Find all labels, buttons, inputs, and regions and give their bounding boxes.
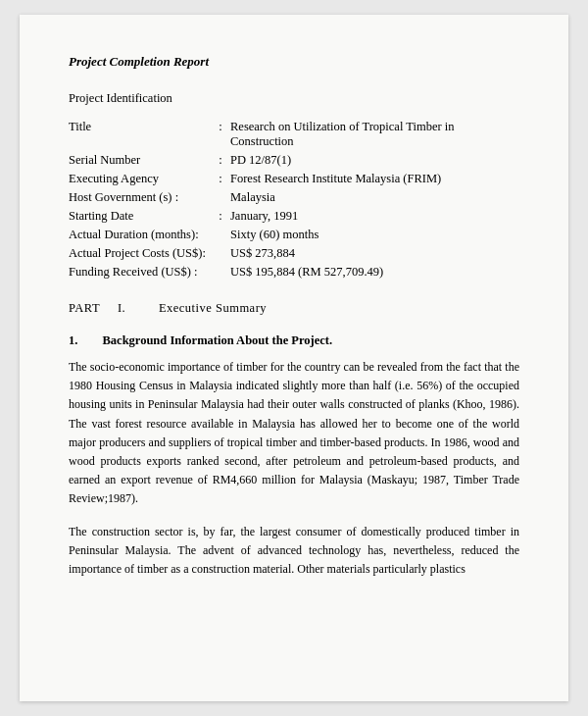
part-title: Executive Summary — [159, 301, 267, 315]
field-value: Sixty (60) months — [230, 226, 519, 244]
field-colon: : — [211, 118, 230, 151]
field-colon — [211, 244, 230, 263]
field-value: Forest Research Institute Malaysia (FRIM… — [230, 170, 519, 188]
field-colon — [211, 263, 230, 281]
field-label: Starting Date — [69, 207, 211, 226]
field-colon — [211, 226, 230, 244]
project-info-table: Title:Research on Utilization of Tropica… — [69, 118, 519, 281]
report-title: Project Completion Report — [69, 54, 519, 70]
field-label: Actual Duration (months): — [69, 226, 211, 244]
field-colon: : — [211, 207, 230, 226]
field-colon: : — [211, 151, 230, 170]
part-label: PART I. — [69, 301, 125, 315]
field-value: January, 1991 — [230, 207, 519, 226]
field-label: Actual Project Costs (US$): — [69, 244, 211, 263]
field-label: Funding Received (US$) : — [69, 263, 211, 281]
field-label: Host Government (s) : — [69, 188, 211, 207]
field-value: Research on Utilization of Tropical Timb… — [230, 118, 519, 151]
body-paragraph: The construction sector is, by far, the … — [69, 523, 519, 580]
section-number: 1. — [69, 333, 77, 347]
field-value: US$ 195,884 (RM 527,709.49) — [230, 263, 519, 281]
body-paragraph: The socio-economic importance of timber … — [69, 358, 519, 509]
field-value: US$ 273,884 — [230, 244, 519, 263]
part-heading: PART I. Executive Summary — [69, 301, 519, 316]
field-colon — [211, 188, 230, 207]
field-colon: : — [211, 170, 230, 188]
section-number-heading: 1. Background Information About the Proj… — [69, 333, 519, 348]
field-label: Title — [69, 118, 211, 151]
field-value: PD 12/87(1) — [230, 151, 519, 170]
field-label: Executing Agency — [69, 170, 211, 188]
section-title: Background Information About the Project… — [103, 333, 333, 347]
document-page: Project Completion Report Project Identi… — [20, 15, 568, 701]
field-label: Serial Number — [69, 151, 211, 170]
field-value: Malaysia — [230, 188, 519, 207]
section-label: Project Identification — [69, 91, 519, 106]
body-content: The socio-economic importance of timber … — [69, 358, 519, 579]
